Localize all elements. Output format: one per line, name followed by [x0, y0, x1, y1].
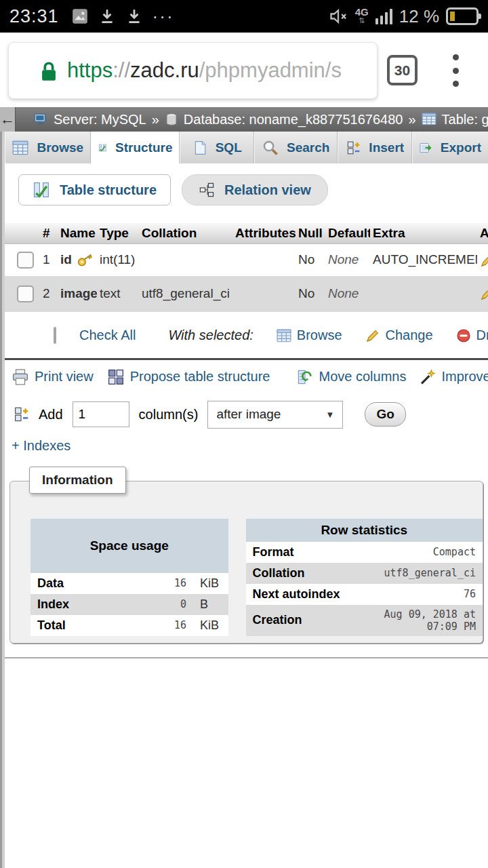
- print-view-link[interactable]: Print view: [12, 368, 94, 386]
- divider: [5, 657, 488, 658]
- col-header-collation[interactable]: Collation: [139, 223, 232, 244]
- type-cell: text: [97, 276, 139, 312]
- export-icon: [420, 140, 432, 156]
- improve-table-structure-link[interactable]: Improve ta: [420, 369, 488, 385]
- check-all-link[interactable]: Check All: [79, 328, 136, 343]
- tools-bar: Print view Propose table structure ? Mov…: [12, 368, 488, 386]
- with-selected-label: With selected:: [168, 328, 253, 343]
- battery-percent: 12 %: [399, 6, 439, 27]
- selected-drop-link[interactable]: Drop: [456, 328, 488, 343]
- table-header-row: # Name Type Collation Attributes Null De…: [5, 223, 488, 244]
- browse-icon: [277, 328, 291, 343]
- download-icon: [125, 7, 143, 25]
- server-icon: [33, 112, 48, 127]
- insert-icon: [346, 140, 361, 156]
- breadcrumb-table[interactable]: Table: gifts_data: [442, 112, 488, 127]
- row-checkbox[interactable]: [17, 252, 34, 269]
- row-statistics-table: Row statistics Format Compact Collation …: [246, 519, 483, 636]
- table-structure-button[interactable]: Table structure: [18, 174, 171, 205]
- col-header-action[interactable]: A: [477, 223, 488, 244]
- indexes-toggle-link[interactable]: + Indexes: [12, 438, 488, 454]
- col-header-attributes[interactable]: Attributes: [232, 223, 296, 244]
- page-content: Table structure Relation view # Name Typ…: [5, 163, 488, 658]
- tab-sql[interactable]: SQL: [180, 132, 254, 163]
- table-row: Format Compact: [246, 542, 483, 563]
- url-text: https://zadc.ru/phpmyadmin/s: [67, 58, 342, 83]
- tab-browse[interactable]: Browse: [5, 132, 91, 163]
- structure-icon: [98, 140, 107, 156]
- breadcrumb-database[interactable]: Database: noname_k887751676480: [184, 112, 403, 127]
- browser-toolbar: https://zadc.ru/phpmyadmin/s 30: [0, 33, 488, 107]
- status-bar: 23:31 ··· 4G ⇅ 12 %: [0, 0, 488, 33]
- magic-wand-icon: [420, 369, 436, 385]
- tab-export[interactable]: Export: [412, 132, 488, 163]
- propose-structure-icon: [107, 368, 125, 386]
- null-cell: No: [296, 276, 325, 312]
- column-name-cell: image: [58, 276, 97, 312]
- change-pencil-icon[interactable]: [480, 286, 488, 301]
- attributes-cell: [232, 276, 296, 312]
- space-usage-title: Space usage: [30, 519, 228, 573]
- table-row: Collation utf8_general_ci: [246, 563, 483, 584]
- action-cell: [477, 276, 488, 312]
- network-type: 4G ⇅: [355, 8, 369, 24]
- search-icon: [262, 140, 279, 156]
- propose-table-structure-link[interactable]: Propose table structure: [107, 368, 270, 386]
- null-cell: No: [296, 244, 325, 276]
- change-pencil-icon: [365, 328, 380, 343]
- tab-insert[interactable]: Insert: [338, 132, 412, 163]
- browser-menu-button[interactable]: [451, 54, 460, 87]
- chevron-down-icon: ▼: [326, 410, 335, 420]
- browse-icon: [12, 140, 28, 156]
- address-bar[interactable]: https://zadc.ru/phpmyadmin/s: [8, 42, 378, 99]
- selected-browse-link[interactable]: Browse: [277, 328, 342, 343]
- change-pencil-icon[interactable]: [480, 253, 488, 268]
- row-num: 1: [40, 244, 58, 276]
- col-header-extra[interactable]: Extra: [370, 223, 477, 244]
- col-header-type[interactable]: Type: [97, 223, 139, 244]
- with-selected-bar: Check All With selected: Browse Change D…: [20, 324, 488, 347]
- table-row: Creation Aug 09, 2018 at 07:09 PM: [246, 605, 483, 636]
- table-row: 2 image text utf8_general_ci No None: [5, 276, 488, 312]
- printer-icon: [12, 368, 29, 386]
- check-all-checkbox[interactable]: [54, 327, 56, 344]
- breadcrumb-server[interactable]: Server: MySQL: [54, 112, 146, 127]
- screenshot-icon: [71, 7, 89, 25]
- selected-change-link[interactable]: Change: [365, 328, 433, 343]
- add-position-select[interactable]: after image ▼: [207, 401, 343, 429]
- breadcrumb-separator: »: [152, 112, 159, 127]
- col-header-null[interactable]: Null: [296, 223, 325, 244]
- tab-structure[interactable]: Structure: [91, 132, 180, 163]
- more-notifications-icon: ···: [152, 9, 174, 23]
- page-left-scroll-strip: [0, 132, 5, 868]
- back-button[interactable]: ←: [0, 107, 16, 132]
- tab-bar: Browse Structure SQL Search Insert Expor…: [5, 132, 488, 163]
- row-num: 2: [40, 276, 58, 312]
- relation-view-icon: [199, 182, 215, 198]
- go-button[interactable]: Go: [365, 402, 405, 427]
- structure-table: # Name Type Collation Attributes Null De…: [5, 223, 488, 312]
- extra-cell: AUTO_INCREMENT: [370, 244, 477, 276]
- table-row: Data 16 KiB: [30, 573, 228, 594]
- tab-search[interactable]: Search: [254, 132, 338, 163]
- add-column-row: Add column(s) after image ▼ Go: [13, 401, 488, 429]
- default-cell: None: [325, 276, 370, 312]
- col-header-name[interactable]: Name: [58, 223, 97, 244]
- add-label: Add: [39, 407, 63, 422]
- tab-switcher-button[interactable]: 30: [387, 55, 418, 85]
- divider: [5, 358, 488, 360]
- col-header-num[interactable]: #: [40, 223, 58, 244]
- database-icon: [165, 112, 178, 127]
- sql-page-icon: [192, 140, 207, 156]
- relation-view-button[interactable]: Relation view: [182, 174, 328, 205]
- row-statistics-title: Row statistics: [246, 519, 483, 542]
- row-checkbox[interactable]: [17, 285, 34, 302]
- move-columns-link[interactable]: Move columns: [297, 368, 406, 386]
- default-cell: None: [325, 244, 370, 276]
- data-activity-icon: ⇅: [359, 16, 365, 24]
- type-cell: int(11): [97, 244, 139, 276]
- col-header-default[interactable]: Default: [325, 223, 370, 244]
- table-row: Next autoindex 76: [246, 584, 483, 605]
- mute-icon: [328, 7, 348, 26]
- add-count-input[interactable]: [73, 401, 129, 427]
